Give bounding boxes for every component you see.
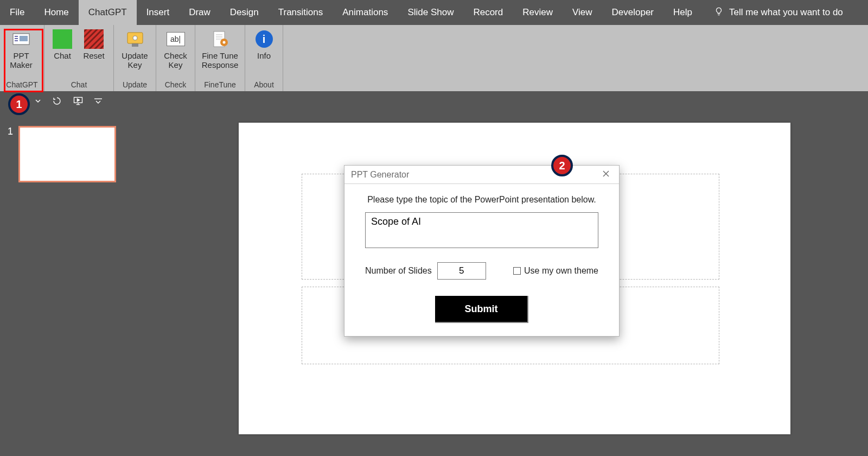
group-label-check: Check	[156, 79, 195, 91]
group-label-about: About	[245, 79, 283, 91]
chat-button[interactable]: Chat	[49, 27, 76, 60]
group-label-update: Update	[114, 79, 156, 91]
tab-review[interactable]: Review	[513, 0, 563, 25]
tab-file[interactable]: File	[0, 0, 34, 25]
use-own-theme-label: Use my own theme	[524, 266, 598, 276]
slide-number: 1	[8, 126, 13, 137]
tab-help[interactable]: Help	[663, 0, 702, 25]
check-key-button[interactable]: ab| Check Key	[161, 27, 190, 70]
tab-animations[interactable]: Animations	[333, 0, 398, 25]
use-own-theme-checkbox[interactable]: Use my own theme	[513, 266, 598, 276]
lightbulb-icon	[714, 7, 724, 19]
update-key-label: Update Key	[122, 51, 148, 70]
dialog-instruction: Please type the topic of the PowerPoint …	[365, 195, 598, 205]
qat-start-from-beginning-icon[interactable]	[73, 96, 84, 106]
reset-button[interactable]: Reset	[80, 27, 107, 60]
tab-developer[interactable]: Developer	[602, 0, 664, 25]
fine-tune-button[interactable]: Fine Tune Response	[200, 27, 240, 70]
tab-insert[interactable]: Insert	[137, 0, 180, 25]
submit-button[interactable]: Submit	[435, 296, 528, 323]
svg-point-15	[133, 36, 137, 40]
annotation-badge-1: 1	[8, 93, 30, 115]
tab-design[interactable]: Design	[220, 0, 269, 25]
tab-transitions[interactable]: Transitions	[269, 0, 333, 25]
gear-page-icon	[209, 28, 231, 50]
ribbon: PPT Maker ChatGPT Chat Reset Chat	[0, 25, 868, 91]
ppt-generator-dialog: PPT Generator Please type the topic of t…	[344, 165, 620, 337]
close-icon	[602, 170, 610, 180]
tab-record[interactable]: Record	[463, 0, 513, 25]
qat-overflow[interactable]	[94, 98, 102, 104]
ppt-maker-label: PPT Maker	[10, 51, 33, 70]
tab-slide-show[interactable]: Slide Show	[398, 0, 463, 25]
dialog-titlebar[interactable]: PPT Generator	[344, 166, 619, 184]
svg-rect-1	[15, 36, 18, 37]
group-label-finetune: FineTune	[195, 79, 245, 91]
svg-rect-14	[132, 43, 138, 47]
key-card-icon	[124, 28, 146, 50]
ppt-maker-button[interactable]: PPT Maker	[4, 27, 38, 70]
svg-rect-3	[15, 40, 18, 41]
group-label-chat: Chat	[44, 79, 113, 91]
qat-customize-dropdown[interactable]	[35, 98, 41, 104]
fine-tune-label: Fine Tune Response	[202, 51, 239, 70]
red-hatch-icon	[83, 28, 105, 50]
tab-chatgpt[interactable]: ChatGPT	[79, 0, 137, 25]
ppt-maker-icon	[10, 28, 32, 50]
topic-input[interactable]	[365, 212, 598, 248]
info-icon: i	[253, 28, 275, 50]
tab-view[interactable]: View	[563, 0, 602, 25]
checkbox-icon	[513, 267, 521, 275]
check-key-label: Check Key	[164, 51, 187, 70]
qat-undo-redo-icon[interactable]	[52, 96, 62, 106]
tell-me-label: Tell me what you want to do	[729, 7, 843, 18]
svg-rect-4	[20, 36, 28, 41]
tab-home[interactable]: Home	[34, 0, 78, 25]
slide-thumbnail-panel: 1	[0, 114, 132, 456]
svg-rect-2	[15, 38, 18, 39]
num-slides-input[interactable]	[437, 262, 486, 280]
chat-label: Chat	[54, 51, 71, 60]
slide-thumbnail-1[interactable]	[18, 126, 116, 182]
dialog-close-button[interactable]	[597, 168, 615, 182]
abl-icon: ab|	[165, 28, 187, 50]
annotation-badge-2: 2	[551, 155, 573, 176]
num-slides-label: Number of Slides	[365, 266, 432, 276]
dialog-title-text: PPT Generator	[351, 170, 409, 180]
tell-me-search[interactable]: Tell me what you want to do	[714, 0, 843, 25]
svg-point-21	[222, 41, 225, 44]
info-button[interactable]: i Info	[250, 27, 278, 60]
tab-draw[interactable]: Draw	[179, 0, 220, 25]
reset-label: Reset	[83, 51, 104, 60]
update-key-button[interactable]: Update Key	[118, 27, 151, 70]
green-square-icon	[52, 28, 73, 50]
menu-tab-bar: File Home ChatGPT Insert Draw Design Tra…	[0, 0, 868, 25]
group-label-chatgpt: ChatGPT	[0, 79, 44, 91]
info-label: Info	[257, 51, 271, 60]
